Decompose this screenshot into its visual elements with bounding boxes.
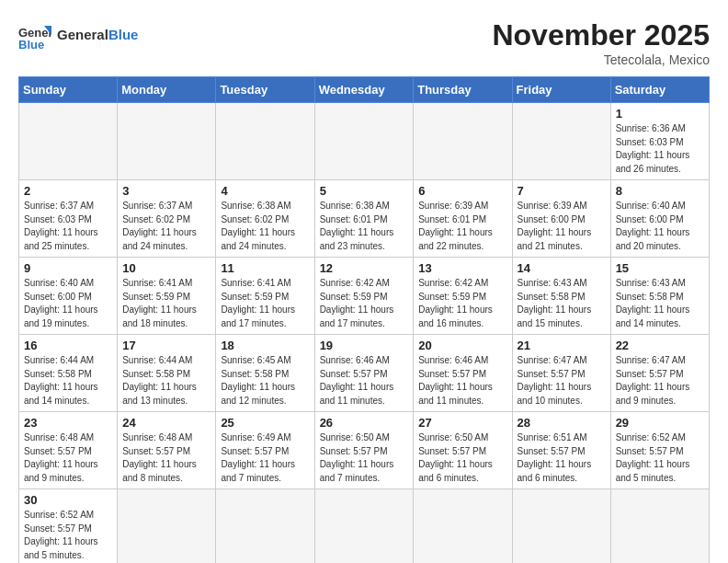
day-info: Sunrise: 6:46 AMSunset: 5:57 PMDaylight:… [418,354,506,408]
weekday-header-sunday: Sunday [19,77,118,103]
day-number: 28 [518,416,606,430]
calendar-table: SundayMondayTuesdayWednesdayThursdayFrid… [18,76,710,563]
day-cell: 5Sunrise: 6:38 AMSunset: 6:01 PMDaylight… [314,180,414,258]
day-cell: 1Sunrise: 6:36 AMSunset: 6:03 PMDaylight… [610,103,709,180]
day-cell: 3Sunrise: 6:37 AMSunset: 6:02 PMDaylight… [118,180,216,258]
day-info: Sunrise: 6:52 AMSunset: 5:57 PMDaylight:… [616,431,704,485]
weekday-header-friday: Friday [512,77,610,103]
day-cell: 17Sunrise: 6:44 AMSunset: 5:58 PMDayligh… [118,335,216,412]
title-block: November 2025 Tetecolala, Mexico [492,18,710,67]
day-cell: 7Sunrise: 6:39 AMSunset: 6:00 PMDaylight… [512,180,610,258]
day-number: 14 [518,261,606,275]
day-cell: 11Sunrise: 6:41 AMSunset: 5:59 PMDayligh… [216,258,314,335]
weekday-header-wednesday: Wednesday [314,77,414,103]
day-number: 20 [418,339,506,352]
day-info: Sunrise: 6:38 AMSunset: 6:01 PMDaylight:… [320,200,409,253]
day-number: 12 [320,261,409,275]
day-info: Sunrise: 6:49 AMSunset: 5:57 PMDaylight:… [221,431,309,485]
svg-text:Blue: Blue [18,38,44,52]
day-number: 17 [122,339,210,352]
day-number: 4 [221,184,309,198]
week-row-4: 16Sunrise: 6:44 AMSunset: 5:58 PMDayligh… [19,335,710,412]
location: Tetecolala, Mexico [492,52,710,67]
day-cell [216,489,314,564]
day-number: 9 [24,261,112,275]
day-number: 6 [418,184,506,198]
weekday-header-monday: Monday [118,77,216,103]
day-number: 1 [616,107,704,121]
day-cell [314,103,414,180]
day-info: Sunrise: 6:47 AMSunset: 5:57 PMDaylight:… [518,354,606,408]
month-title: November 2025 [492,18,710,52]
day-cell [118,489,216,564]
day-number: 26 [320,416,409,430]
day-info: Sunrise: 6:37 AMSunset: 6:02 PMDaylight:… [122,200,210,253]
day-cell: 28Sunrise: 6:51 AMSunset: 5:57 PMDayligh… [512,412,610,489]
day-cell [118,103,216,180]
day-cell: 25Sunrise: 6:49 AMSunset: 5:57 PMDayligh… [216,412,314,489]
day-cell [610,489,709,564]
day-cell: 20Sunrise: 6:46 AMSunset: 5:57 PMDayligh… [414,335,512,412]
day-number: 23 [24,416,112,430]
day-info: Sunrise: 6:39 AMSunset: 6:01 PMDaylight:… [418,200,506,253]
day-number: 19 [320,339,409,352]
day-number: 10 [122,261,210,275]
day-number: 13 [418,261,506,275]
day-cell: 6Sunrise: 6:39 AMSunset: 6:01 PMDaylight… [414,180,512,258]
day-info: Sunrise: 6:40 AMSunset: 6:00 PMDaylight:… [616,200,704,253]
day-cell: 8Sunrise: 6:40 AMSunset: 6:00 PMDaylight… [610,180,709,258]
day-number: 2 [24,184,112,198]
week-row-2: 2Sunrise: 6:37 AMSunset: 6:03 PMDaylight… [19,180,710,258]
logo: General Blue GeneralBlue [18,18,138,52]
day-cell [216,103,314,180]
day-number: 29 [616,416,704,430]
day-cell [19,103,118,180]
day-info: Sunrise: 6:39 AMSunset: 6:00 PMDaylight:… [518,200,606,253]
day-cell: 16Sunrise: 6:44 AMSunset: 5:58 PMDayligh… [19,335,118,412]
day-cell: 2Sunrise: 6:37 AMSunset: 6:03 PMDaylight… [19,180,118,258]
day-info: Sunrise: 6:40 AMSunset: 6:00 PMDaylight:… [24,277,112,330]
day-info: Sunrise: 6:41 AMSunset: 5:59 PMDaylight:… [122,277,210,330]
day-info: Sunrise: 6:38 AMSunset: 6:02 PMDaylight:… [221,200,309,253]
week-row-1: 1Sunrise: 6:36 AMSunset: 6:03 PMDaylight… [19,103,710,180]
day-info: Sunrise: 6:41 AMSunset: 5:59 PMDaylight:… [221,277,309,330]
day-cell: 30Sunrise: 6:52 AMSunset: 5:57 PMDayligh… [19,489,118,564]
day-cell [314,489,414,564]
day-cell [414,103,512,180]
day-number: 24 [122,416,210,430]
day-info: Sunrise: 6:46 AMSunset: 5:57 PMDaylight:… [320,354,409,408]
day-cell [512,489,610,564]
day-cell: 15Sunrise: 6:43 AMSunset: 5:58 PMDayligh… [610,258,709,335]
day-info: Sunrise: 6:45 AMSunset: 5:58 PMDaylight:… [221,354,309,408]
day-number: 21 [518,339,606,352]
week-row-6: 30Sunrise: 6:52 AMSunset: 5:57 PMDayligh… [19,489,710,564]
day-info: Sunrise: 6:50 AMSunset: 5:57 PMDaylight:… [320,431,409,485]
day-info: Sunrise: 6:42 AMSunset: 5:59 PMDaylight:… [418,277,506,330]
day-number: 5 [320,184,409,198]
day-number: 8 [616,184,704,198]
day-number: 30 [24,493,112,507]
day-number: 18 [221,339,309,352]
weekday-header-row: SundayMondayTuesdayWednesdayThursdayFrid… [19,77,710,103]
day-cell: 22Sunrise: 6:47 AMSunset: 5:57 PMDayligh… [610,335,709,412]
day-number: 27 [418,416,506,430]
day-cell: 21Sunrise: 6:47 AMSunset: 5:57 PMDayligh… [512,335,610,412]
day-cell: 12Sunrise: 6:42 AMSunset: 5:59 PMDayligh… [314,258,414,335]
day-info: Sunrise: 6:36 AMSunset: 6:03 PMDaylight:… [616,122,704,176]
logo-icon: General Blue [18,18,51,52]
day-info: Sunrise: 6:48 AMSunset: 5:57 PMDaylight:… [122,431,210,485]
day-number: 7 [518,184,606,198]
day-cell [414,489,512,564]
day-number: 22 [616,339,704,352]
day-info: Sunrise: 6:43 AMSunset: 5:58 PMDaylight:… [616,277,704,330]
day-cell: 9Sunrise: 6:40 AMSunset: 6:00 PMDaylight… [19,258,118,335]
day-cell: 18Sunrise: 6:45 AMSunset: 5:58 PMDayligh… [216,335,314,412]
day-cell: 26Sunrise: 6:50 AMSunset: 5:57 PMDayligh… [314,412,414,489]
day-cell: 24Sunrise: 6:48 AMSunset: 5:57 PMDayligh… [118,412,216,489]
day-cell: 29Sunrise: 6:52 AMSunset: 5:57 PMDayligh… [610,412,709,489]
day-info: Sunrise: 6:44 AMSunset: 5:58 PMDaylight:… [122,354,210,408]
day-cell: 13Sunrise: 6:42 AMSunset: 5:59 PMDayligh… [414,258,512,335]
week-row-3: 9Sunrise: 6:40 AMSunset: 6:00 PMDaylight… [19,258,710,335]
day-cell: 19Sunrise: 6:46 AMSunset: 5:57 PMDayligh… [314,335,414,412]
day-info: Sunrise: 6:47 AMSunset: 5:57 PMDaylight:… [616,354,704,408]
